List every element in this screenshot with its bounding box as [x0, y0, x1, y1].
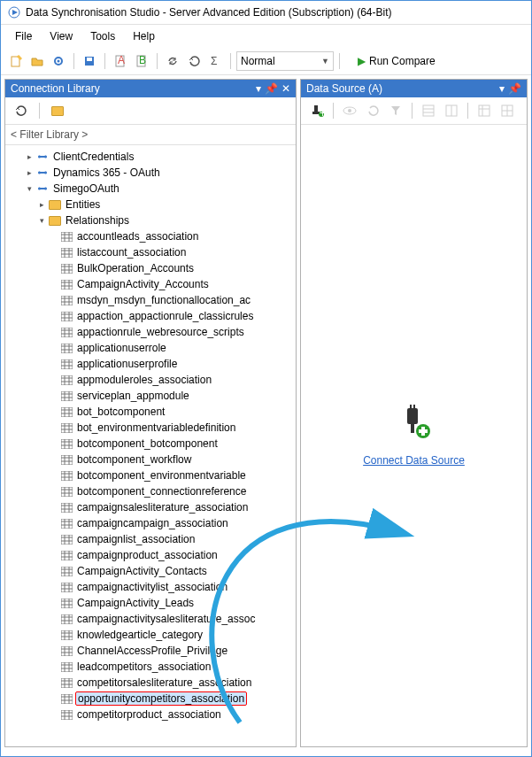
tree-node-relationship[interactable]: campaignsalesliterature_association	[7, 499, 294, 515]
save-icon[interactable]	[80, 51, 99, 71]
tree-node-relationship[interactable]: botcomponent_botcomponent	[7, 436, 294, 452]
refresh-library-icon[interactable]	[11, 101, 30, 120]
menu-help[interactable]: Help	[124, 27, 164, 46]
tree-node-clientcredentials[interactable]: ▸ClientCredentials	[7, 149, 294, 165]
tree-node-relationship[interactable]: accountleads_association	[7, 228, 294, 244]
tree-node-relationship[interactable]: competitorsalesliterature_association	[7, 675, 294, 691]
tree-node-relationship[interactable]: applicationuserrole	[7, 340, 294, 356]
menu-view[interactable]: View	[41, 27, 81, 46]
table-icon	[61, 375, 73, 385]
expand-toggle[interactable]: ▾	[37, 216, 46, 225]
svg-rect-181	[479, 105, 490, 116]
connection-library-header: Connection Library ▾ 📌 ✕	[5, 80, 296, 97]
tree-node-simegooauth[interactable]: ▾SimegoOAuth	[7, 181, 294, 197]
doc-b-icon[interactable]: B	[132, 51, 151, 71]
svg-rect-80	[61, 439, 73, 449]
node-label: msdyn_msdyn_functionallocation_ac	[75, 293, 252, 307]
tree-node-relationship[interactable]: campaignproduct_association	[7, 547, 294, 563]
pin-icon[interactable]: 📌	[508, 82, 521, 95]
connect-source-icon[interactable]: +	[306, 101, 328, 120]
tree-node-relationship[interactable]: appactionrule_webresource_scripts	[7, 324, 294, 340]
expand-toggle[interactable]: ▸	[25, 168, 34, 177]
tree-node-relationship[interactable]: botcomponent_connectionreference	[7, 483, 294, 499]
table-icon	[61, 710, 73, 720]
table-icon	[61, 471, 73, 481]
table-icon	[61, 630, 73, 640]
expand-toggle[interactable]: ▸	[37, 200, 46, 209]
run-compare-button[interactable]: ▶ Run Compare	[351, 51, 443, 71]
table-icon	[61, 359, 73, 369]
mode-value: Normal	[241, 55, 275, 67]
svg-point-4	[58, 60, 60, 63]
tree-node-relationship[interactable]: bot_environmentvariabledefinition	[7, 420, 294, 436]
tree-node-relationship[interactable]: knowledgearticle_category	[7, 627, 294, 643]
dropdown-icon[interactable]: ▾	[256, 82, 261, 95]
node-label: accountleads_association	[75, 229, 200, 243]
close-icon[interactable]: ✕	[281, 82, 290, 95]
node-label: applicationuserprofile	[75, 357, 179, 371]
tree-node-relationship[interactable]: appaction_appactionrule_classicrules	[7, 308, 294, 324]
tree-node-dynamics365[interactable]: ▸Dynamics 365 - OAuth	[7, 165, 294, 181]
svg-rect-105	[61, 519, 73, 529]
sigma-icon[interactable]: Σ	[205, 51, 225, 71]
tree-node-relationship[interactable]: campaignactivitysalesliterature_assoc	[7, 611, 294, 627]
table-icon	[61, 344, 73, 353]
gear-icon[interactable]	[49, 51, 68, 71]
data-source-panel: Data Source (A) ▾ 📌 + Connect Data Sourc…	[300, 79, 528, 747]
connection-tree[interactable]: ▸ClientCredentials▸Dynamics 365 - OAuth▾…	[5, 145, 296, 746]
table-icon	[61, 599, 73, 608]
rotate-icon[interactable]	[184, 51, 204, 71]
separator	[73, 53, 74, 69]
connect-data-source-link[interactable]: Connect Data Source	[363, 454, 465, 467]
tree-node-relationship[interactable]: campaignlist_association	[7, 531, 294, 547]
node-label: botcomponent_connectionreference	[75, 484, 248, 498]
tree-node-relationship[interactable]: listaccount_association	[7, 244, 294, 260]
tree-node-relationship[interactable]: CampaignActivity_Contacts	[7, 563, 294, 579]
tree-node-relationship[interactable]: CampaignActivity_Accounts	[7, 276, 294, 292]
open-icon[interactable]	[27, 51, 47, 71]
tree-node-relationship[interactable]: applicationuserprofile	[7, 356, 294, 372]
tree-node-relationship[interactable]: serviceplan_appmodule	[7, 388, 294, 404]
new-icon[interactable]	[6, 51, 26, 71]
tree-node-relationship[interactable]: opportunitycompetitors_association	[7, 691, 294, 707]
node-label: ClientCredentials	[51, 150, 135, 164]
tree-node-relationship[interactable]: BulkOperation_Accounts	[7, 260, 294, 276]
expand-toggle[interactable]: ▸	[25, 152, 34, 161]
svg-rect-50	[61, 344, 73, 353]
tree-node-relationship[interactable]: botcomponent_environmentvariable	[7, 467, 294, 483]
table-icon	[61, 567, 73, 576]
refresh-icon[interactable]	[163, 51, 182, 71]
menu-tools[interactable]: Tools	[81, 27, 124, 46]
tree-node-relationship[interactable]: competitorproduct_association	[7, 707, 294, 722]
tree-node-entities[interactable]: ▸Entities	[7, 197, 294, 212]
tree-node-relationship[interactable]: ChannelAccessProfile_Privilege	[7, 643, 294, 659]
tree-node-relationship[interactable]: appmoduleroles_association	[7, 372, 294, 388]
node-label: appactionrule_webresource_scripts	[75, 325, 246, 339]
tree-node-relationship[interactable]: bot_botcomponent	[7, 404, 294, 420]
svg-rect-120	[61, 567, 73, 576]
expand-toggle[interactable]: ▾	[25, 184, 34, 193]
mode-select[interactable]: Normal ▼	[236, 51, 334, 71]
doc-a-icon[interactable]: A	[111, 51, 130, 71]
svg-point-175	[348, 109, 351, 112]
tree-node-relationship[interactable]: leadcompetitors_association	[7, 659, 294, 675]
separator	[333, 103, 334, 119]
svg-rect-60	[61, 375, 73, 385]
tree-node-relationship[interactable]: campaigncampaign_association	[7, 515, 294, 531]
svg-text:A: A	[118, 55, 125, 66]
pin-icon[interactable]: 📌	[265, 82, 278, 95]
svg-text:B: B	[139, 55, 146, 66]
tree-node-relationship[interactable]: msdyn_msdyn_functionallocation_ac	[7, 292, 294, 308]
folder-icon[interactable]	[51, 106, 64, 116]
svg-rect-193	[419, 429, 428, 433]
svg-rect-171	[312, 112, 320, 114]
menu-file[interactable]: File	[6, 27, 41, 46]
connection-icon	[36, 151, 49, 162]
tree-node-relationship[interactable]: CampaignActivity_Leads	[7, 595, 294, 611]
tree-node-relationship[interactable]: campaignactivitylist_association	[7, 579, 294, 595]
dropdown-icon[interactable]: ▾	[499, 82, 505, 95]
tree-node-relationship[interactable]: botcomponent_workflow	[7, 452, 294, 467]
svg-rect-85	[61, 455, 73, 465]
filter-library-input[interactable]: < Filter Library >	[5, 125, 296, 145]
tree-node-relationships[interactable]: ▾Relationships	[7, 212, 294, 228]
